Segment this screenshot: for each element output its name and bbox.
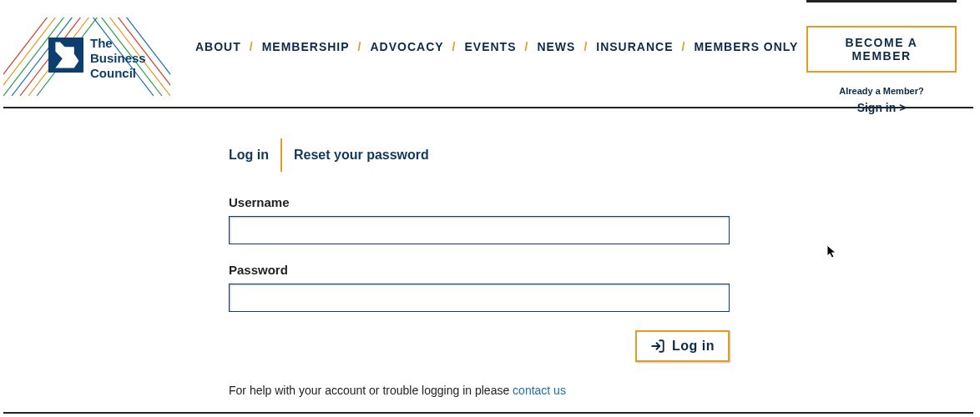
header-rule (806, 0, 957, 3)
nav-insurance[interactable]: INSURANCE (596, 40, 673, 53)
already-member-text: Already a Member? (806, 86, 957, 96)
tab-log-in[interactable]: Log in (229, 144, 269, 166)
logo[interactable]: The Business Council (3, 18, 179, 96)
tab-divider (280, 138, 282, 172)
log-in-button-label: Log in (672, 339, 715, 354)
become-member-button[interactable]: BECOME A MEMBER (806, 26, 957, 73)
nav-about[interactable]: ABOUT (195, 40, 241, 53)
log-in-button[interactable]: Log in (635, 330, 730, 362)
password-label: Password (229, 263, 730, 277)
username-label: Username (229, 195, 730, 209)
mouse-cursor (826, 244, 838, 263)
nav-separator: / (583, 40, 588, 53)
logo-text: The Business Council (90, 36, 146, 81)
nav-members-only[interactable]: MEMBERS ONLY (694, 40, 798, 53)
nav-separator: / (525, 40, 529, 53)
nav-news[interactable]: NEWS (537, 40, 575, 53)
nav-separator: / (682, 40, 686, 53)
nav-separator: / (250, 40, 254, 53)
main-nav: ABOUT/ MEMBERSHIP/ ADVOCACY/ EVENTS/ NEW… (195, 40, 798, 53)
password-input[interactable] (229, 284, 730, 312)
footer-divider (3, 412, 973, 414)
nav-separator: / (358, 40, 362, 53)
logo-mark (48, 38, 83, 73)
help-text: For help with your account or trouble lo… (229, 384, 730, 397)
nav-separator: / (452, 40, 457, 53)
sign-in-link[interactable]: Sign in > (806, 101, 957, 114)
nav-membership[interactable]: MEMBERSHIP (262, 40, 350, 53)
nav-advocacy[interactable]: ADVOCACY (370, 40, 443, 53)
nav-events[interactable]: EVENTS (464, 40, 516, 53)
auth-tabs: Log in Reset your password (229, 138, 730, 172)
username-input[interactable] (229, 216, 730, 244)
tab-reset-password[interactable]: Reset your password (294, 144, 429, 166)
contact-us-link[interactable]: contact us (513, 384, 566, 397)
log-in-icon (650, 339, 665, 354)
